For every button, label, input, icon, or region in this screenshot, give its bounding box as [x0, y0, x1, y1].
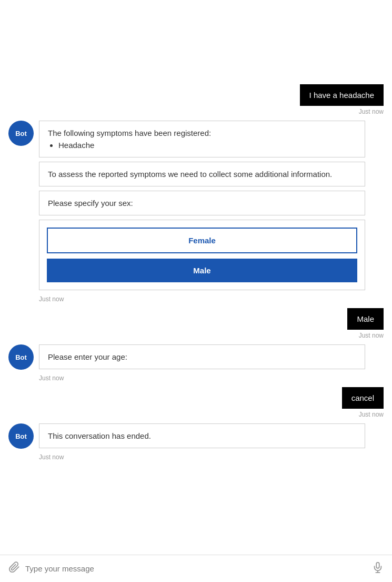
chat-area: I have a headache Just now Bot The follo… — [0, 0, 392, 555]
bot-messages-2: Please enter your age: Just now — [39, 344, 384, 382]
attach-icon[interactable] — [8, 561, 20, 576]
bot-avatar-3: Bot — [8, 423, 34, 449]
additional-info-text: To assess the reported symptoms we need … — [48, 170, 332, 179]
bot-timestamp-1: Just now — [39, 295, 384, 303]
symptom-headache: Headache — [58, 141, 356, 150]
user-message-cancel: cancel Just now — [8, 387, 384, 418]
user-bubble-cancel: cancel — [342, 387, 384, 409]
female-button[interactable]: Female — [47, 228, 357, 253]
user-text-cancel: cancel — [351, 393, 374, 402]
ended-bubble: This conversation has ended. — [39, 423, 365, 448]
user-message-1: I have a headache Just now — [8, 84, 384, 115]
bot-timestamp-3: Just now — [39, 453, 384, 461]
specify-sex-bubble: Please specify your sex: — [39, 191, 365, 215]
mic-icon[interactable] — [372, 561, 384, 576]
bot-timestamp-2: Just now — [39, 374, 384, 382]
svg-rect-0 — [376, 563, 379, 568]
bot-label-3: Bot — [15, 432, 27, 440]
specify-sex-text: Please specify your sex: — [48, 199, 133, 208]
user-timestamp-cancel: Just now — [359, 411, 384, 418]
bot-row-2: Bot Please enter your age: Just now — [8, 344, 384, 382]
age-text: Please enter your age: — [48, 352, 127, 361]
bot-messages-1: The following symptoms have been registe… — [39, 121, 384, 303]
symptoms-header: The following symptoms have been registe… — [48, 129, 211, 137]
ended-text: This conversation has ended. — [48, 431, 151, 440]
user-message-male: Male Just now — [8, 308, 384, 339]
bot-messages-3: This conversation has ended. Just now — [39, 423, 384, 461]
sex-selection-box: Female Male — [39, 220, 365, 290]
bot-avatar-1: Bot — [8, 121, 34, 146]
symptoms-bubble: The following symptoms have been registe… — [39, 121, 365, 157]
male-label: Male — [193, 266, 210, 275]
female-label: Female — [188, 236, 216, 245]
user-timestamp-1: Just now — [359, 108, 384, 115]
bot-label-1: Bot — [15, 130, 27, 137]
age-bubble: Please enter your age: — [39, 344, 365, 369]
user-timestamp-male: Just now — [359, 332, 384, 339]
bot-label-2: Bot — [15, 353, 27, 361]
bot-row-3: Bot This conversation has ended. Just no… — [8, 423, 384, 461]
input-bar — [0, 555, 392, 582]
male-button[interactable]: Male — [47, 259, 357, 282]
user-text-1: I have a headache — [309, 91, 374, 100]
user-text-male: Male — [357, 314, 374, 323]
additional-info-bubble: To assess the reported symptoms we need … — [39, 162, 365, 186]
bot-row-1: Bot The following symptoms have been reg… — [8, 121, 384, 303]
user-bubble-1: I have a headache — [300, 84, 384, 106]
user-bubble-male: Male — [347, 308, 384, 330]
message-input[interactable] — [25, 564, 367, 573]
bot-avatar-2: Bot — [8, 344, 34, 370]
